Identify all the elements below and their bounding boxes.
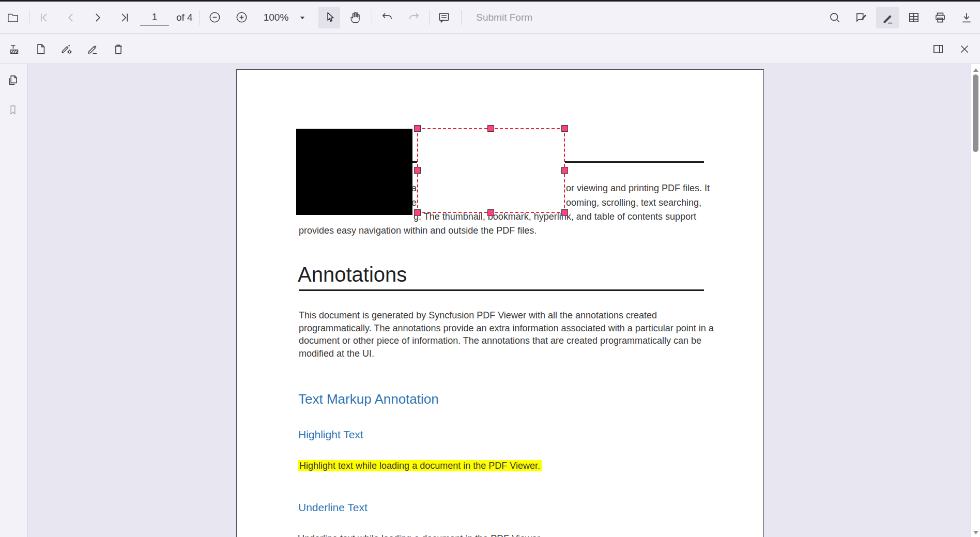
organize-pages-button[interactable] — [902, 7, 925, 28]
toolbar-separator — [199, 10, 200, 25]
first-page-button[interactable] — [32, 7, 56, 28]
annotations-title: Annotations — [298, 263, 407, 286]
pan-tool-button[interactable] — [344, 7, 366, 28]
comment-icon — [437, 11, 451, 24]
resize-handle-bottom-center[interactable] — [487, 209, 494, 216]
text-markup-button[interactable] — [4, 38, 26, 60]
vertical-scrollbar[interactable] — [971, 64, 980, 537]
last-page-icon — [118, 11, 131, 24]
printer-icon — [933, 11, 947, 24]
resize-handle-middle-left[interactable] — [414, 167, 421, 174]
download-icon — [960, 11, 973, 24]
toolbar-separator — [315, 10, 315, 25]
zoom-in-icon — [235, 10, 249, 24]
primary-toolbar: of 4 100% Submit Form — [0, 2, 980, 34]
annotations-title-rule — [299, 289, 704, 291]
navigation-sidebar — [0, 64, 27, 537]
underline-text-heading: Underline Text — [298, 501, 368, 514]
chevron-down-icon — [297, 12, 308, 23]
last-page-button[interactable] — [112, 7, 137, 28]
resize-handle-bottom-left[interactable] — [414, 209, 421, 216]
annotation-toolbar — [0, 34, 980, 64]
open-file-button[interactable] — [3, 7, 23, 28]
selected-annotation[interactable] — [417, 128, 565, 213]
bookmarks-button[interactable] — [4, 101, 22, 119]
page-annotation-button[interactable] — [29, 38, 52, 60]
scroll-up-arrow[interactable] — [973, 68, 978, 72]
pen-icon — [881, 11, 894, 24]
body-line: This document is generated by Syncfusion… — [299, 310, 657, 321]
zoom-dropdown-button[interactable] — [293, 7, 312, 28]
hand-icon — [348, 10, 362, 24]
comment-edit-icon — [854, 11, 868, 24]
undo-button[interactable] — [375, 7, 400, 28]
page-thumbnails-button[interactable] — [4, 71, 22, 89]
underlined-sentence-clipped: Underline text while loading a document … — [298, 533, 542, 537]
text-markup-annotation-heading: Text Markup Annotation — [298, 391, 439, 407]
resize-handle-top-center[interactable] — [487, 125, 494, 132]
resize-handle-top-right[interactable] — [561, 125, 568, 132]
trash-icon — [112, 42, 125, 56]
folder-icon — [6, 11, 20, 24]
close-icon — [958, 42, 971, 56]
first-page-icon — [37, 11, 51, 24]
annotation-edit-button[interactable] — [850, 7, 872, 28]
ink-pencil-icon — [86, 42, 99, 56]
bookmark-icon — [6, 103, 20, 117]
close-annotation-toolbar-button[interactable] — [953, 38, 976, 60]
print-button[interactable] — [929, 7, 952, 28]
toolbar-separator — [372, 10, 372, 25]
page-count-label: of 4 — [176, 12, 193, 23]
next-page-button[interactable] — [85, 7, 110, 28]
zoom-out-button[interactable] — [203, 7, 227, 28]
body-line: modified at the UI. — [299, 348, 374, 359]
viewer-content: a or viewing and printing PDF files. It … — [0, 64, 980, 537]
previous-page-button[interactable] — [58, 7, 83, 28]
undo-icon — [380, 11, 394, 24]
redo-icon — [407, 11, 421, 24]
redaction-annotation[interactable] — [296, 129, 412, 215]
thumbnails-icon — [6, 73, 20, 87]
zoom-level-value: 100% — [264, 12, 289, 23]
chevron-right-icon — [91, 11, 104, 24]
page-number-input[interactable] — [140, 9, 169, 26]
chevron-left-icon — [64, 11, 78, 24]
highlight-text-heading: Highlight Text — [298, 428, 363, 441]
resize-handle-bottom-right[interactable] — [561, 209, 568, 216]
pdf-viewer-app: of 4 100% Submit Form — [0, 0, 980, 537]
pencil-gear-icon — [60, 42, 73, 56]
body-line: document or other piece of information. … — [299, 335, 701, 346]
cursor-arrow-icon — [323, 10, 336, 24]
selection-tool-button[interactable] — [318, 7, 340, 28]
search-button[interactable] — [823, 7, 846, 28]
toolbar-separator — [461, 10, 462, 25]
resize-handle-middle-right[interactable] — [561, 167, 568, 174]
comment-button[interactable] — [432, 7, 456, 28]
redo-button[interactable] — [402, 7, 426, 28]
body-line: programmatically. The annotations provid… — [299, 323, 714, 334]
scroll-down-arrow[interactable] — [973, 531, 978, 534]
toolbar-separator — [429, 10, 430, 25]
document-page-icon — [34, 42, 48, 56]
panel-right-icon — [931, 42, 945, 56]
zoom-out-icon — [208, 10, 222, 24]
intro-line4: provides easy navigation within and outs… — [299, 225, 537, 236]
grid-icon — [907, 11, 921, 24]
delete-annotation-button[interactable] — [107, 38, 130, 60]
ink-annotation-button[interactable] — [81, 38, 104, 60]
comment-panel-button[interactable] — [927, 38, 950, 60]
intro-line3: g. The thumbnail, bookmark, hyperlink, a… — [414, 211, 696, 222]
search-icon — [828, 11, 841, 24]
download-button[interactable] — [955, 7, 978, 28]
toolbar-separator — [29, 10, 29, 25]
submit-form-button[interactable]: Submit Form — [469, 7, 540, 28]
zoom-in-button[interactable] — [229, 7, 254, 28]
scrollbar-thumb[interactable] — [973, 74, 978, 152]
intro-line2-right-fragment: ooming, scrolling, text searching, — [566, 197, 701, 208]
free-text-settings-button[interactable] — [55, 38, 78, 60]
highlighted-sentence: Highlight text while loading a document … — [298, 461, 542, 471]
pdf-page: a or viewing and printing PDF files. It … — [236, 69, 764, 537]
ink-pen-button[interactable] — [876, 7, 899, 28]
text-markup-icon — [8, 42, 22, 56]
resize-handle-top-left[interactable] — [414, 125, 421, 132]
